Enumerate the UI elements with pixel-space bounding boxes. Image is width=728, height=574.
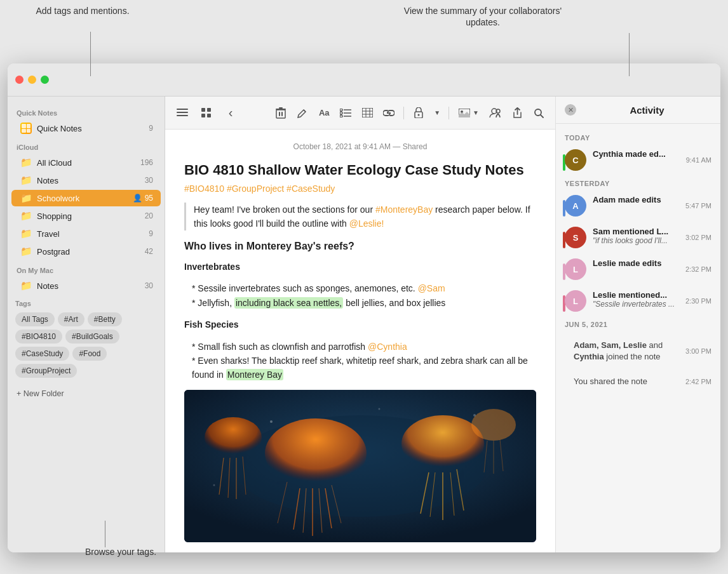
avatar-sam: S — [565, 227, 586, 248]
note-title: BIO 4810 Shallow Water Ecology Case Stud… — [184, 161, 536, 180]
svg-rect-9 — [281, 112, 283, 116]
checklist-icon — [340, 109, 351, 117]
activity-item-adam[interactable]: A Adam made edits 5:47 PM — [556, 190, 720, 222]
tag-bio4810[interactable]: #BIO4810 — [15, 330, 62, 344]
share-button[interactable] — [508, 104, 526, 122]
annotation-line-left — [90, 32, 91, 76]
avatar-leslie: L — [565, 258, 586, 280]
collab-icon — [489, 108, 502, 118]
annotation-add-tags: Add tags and mentions. — [32, 5, 133, 17]
content-area: Quick Notes Quick Notes 9 iCloud 📁 All i… — [8, 97, 720, 552]
sidebar-item-notes[interactable]: 📁 Notes 30 — [11, 172, 161, 189]
list-item: Small fish such as clownfish and parrotf… — [192, 340, 536, 354]
invertebrates-list: Sessile invertebrates such as sponges, a… — [184, 281, 536, 310]
black-sea-nettles-highlight: including black sea nettles, — [234, 297, 343, 309]
activity-shared-text: You shared the note — [565, 374, 656, 389]
collab-button[interactable] — [487, 104, 504, 122]
title-bar — [8, 63, 720, 97]
activity-content: TODAY C Cynthia made ed... 9:41 AM YESTE… — [556, 124, 720, 552]
subsection-fish: Fish Species — [184, 319, 239, 330]
svg-rect-0 — [177, 109, 188, 110]
table-button[interactable] — [358, 104, 376, 122]
maximize-button[interactable] — [41, 76, 49, 84]
avatar-leslie2: L — [565, 290, 586, 312]
tag-build-goals[interactable]: #BuildGoals — [65, 330, 119, 344]
folder-icon: 📁 — [19, 175, 33, 186]
activity-item-sam[interactable]: S Sam mentioned L... "if this looks good… — [556, 222, 720, 253]
note-content: October 18, 2021 at 9:41 AM — Shared BIO… — [165, 130, 555, 552]
avatar-cynthia: C — [565, 149, 586, 171]
tag-group-project[interactable]: #GroupProject — [15, 364, 77, 378]
tag-food[interactable]: #Food — [72, 347, 107, 361]
svg-point-49 — [205, 417, 262, 458]
list-item: Even sharks! The blacktip reef shark, wh… — [192, 354, 536, 382]
tag-art[interactable]: #Art — [58, 312, 84, 326]
folder-icon: 📁 — [19, 280, 33, 291]
folder-icon: 📁 — [19, 228, 33, 239]
sidebar-item-quick-notes[interactable]: Quick Notes 9 — [11, 120, 161, 137]
on-my-mac-section-label: On My Mac — [8, 260, 165, 277]
annotation-view-summary: View the summary of your collaborators' … — [388, 5, 578, 28]
activity-item-leslie2[interactable]: L Leslie mentioned... "Sessile invertebr… — [556, 285, 720, 317]
tag-all-tags[interactable]: All Tags — [15, 312, 55, 326]
list-view-button[interactable] — [173, 104, 192, 122]
note-image — [184, 390, 536, 542]
minimize-button[interactable] — [28, 76, 36, 84]
activity-info-adam: Adam made edits — [593, 195, 679, 204]
link-button[interactable] — [380, 104, 398, 122]
activity-joined-text: Adam, Sam, Leslie and Cynthia joined the… — [565, 335, 685, 368]
tag-case-study[interactable]: #CaseStudy — [15, 347, 69, 361]
new-folder-button[interactable]: + New Folder — [8, 385, 165, 402]
tags-section: Tags All Tags #Art #Betty #BIO4810 #Buil… — [8, 295, 165, 383]
activity-info-leslie1: Leslie made edits — [593, 258, 679, 268]
sidebar-item-schoolwork[interactable]: 📁 Schoolwork 👤95 — [11, 190, 161, 206]
svg-point-60 — [473, 414, 476, 417]
svg-rect-5 — [201, 114, 205, 117]
media-button[interactable]: ▼ — [455, 104, 483, 122]
activity-header: ✕ Activity — [556, 97, 720, 124]
sam-mention: @Sam — [418, 283, 445, 293]
svg-point-35 — [265, 418, 367, 488]
lock-button[interactable] — [410, 104, 428, 122]
list-item: Sessile invertebrates such as sponges, a… — [192, 281, 536, 295]
back-button[interactable]: ‹ — [221, 104, 240, 122]
sidebar-item-all-icloud[interactable]: 📁 All iCloud 196 — [11, 154, 161, 171]
svg-rect-4 — [207, 108, 211, 112]
svg-point-26 — [418, 114, 420, 116]
section-heading-reefs: Who lives in Monterey Bay's reefs? — [184, 238, 536, 255]
note-tags: #BIO4810 #GroupProject #CaseStudy — [184, 184, 536, 194]
tags-grid: All Tags #Art #Betty #BIO4810 #BuildGoal… — [15, 312, 157, 378]
activity-info-cynthia: Cynthia made ed... — [593, 149, 680, 159]
format-button[interactable]: Aa — [315, 104, 333, 122]
activity-item-leslie1[interactable]: L Leslie made edits 2:32 PM — [556, 253, 720, 285]
search-button[interactable] — [530, 104, 548, 122]
checklist-button[interactable] — [337, 104, 354, 122]
folder-icon: 📁 — [19, 157, 33, 168]
svg-point-13 — [340, 109, 342, 111]
svg-point-17 — [340, 115, 342, 117]
lock-dropdown-button[interactable]: ▼ — [431, 109, 443, 116]
tag-betty[interactable]: #Betty — [88, 312, 122, 326]
subsection-invertebrates: Invertebrates — [184, 262, 240, 272]
monterey-bay-highlight: Monterey Bay — [226, 369, 283, 380]
sidebar: Quick Notes Quick Notes 9 iCloud 📁 All i… — [8, 97, 165, 552]
close-button[interactable] — [15, 76, 24, 84]
yesterday-label: YESTERDAY — [556, 176, 720, 190]
sidebar-item-travel[interactable]: 📁 Travel 9 — [11, 225, 161, 242]
grid-view-button[interactable] — [197, 104, 216, 122]
activity-close-button[interactable]: ✕ — [565, 104, 576, 116]
sidebar-item-postgrad[interactable]: 📁 Postgrad 42 — [11, 243, 161, 260]
annotation-browse-tags: Browse your tags. — [57, 546, 184, 557]
compose-button[interactable] — [293, 104, 311, 122]
cynthia-mention: @Cynthia — [368, 342, 407, 352]
activity-info-sam: Sam mentioned L... "if this looks good I… — [593, 227, 679, 245]
delete-button[interactable] — [272, 104, 290, 122]
sidebar-item-notes-mac[interactable]: 📁 Notes 30 — [11, 277, 161, 294]
svg-point-58 — [270, 420, 273, 423]
svg-point-54 — [471, 409, 516, 441]
sidebar-item-shopping[interactable]: 📁 Shopping 20 — [11, 208, 161, 224]
activity-title: Activity — [583, 105, 711, 116]
activity-item-cynthia[interactable]: C Cynthia made ed... 9:41 AM — [556, 144, 720, 176]
jellyfish-image — [184, 390, 536, 542]
app-window: Quick Notes Quick Notes 9 iCloud 📁 All i… — [8, 63, 720, 552]
